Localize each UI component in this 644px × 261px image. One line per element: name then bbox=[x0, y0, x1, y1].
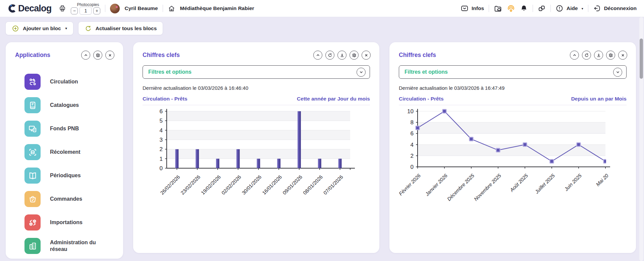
header-divider bbox=[163, 5, 163, 12]
chart-container: 012345626/02/202623/02/202619/02/202602/… bbox=[133, 105, 379, 211]
app-header: Decalog Photocopies − + Cyril Beaume Méd… bbox=[0, 0, 644, 17]
svg-text:07/01/2026: 07/01/2026 bbox=[322, 174, 344, 196]
plus-circle-icon bbox=[12, 25, 19, 32]
panel-settings-button[interactable] bbox=[350, 51, 359, 60]
info-circle-icon bbox=[555, 4, 564, 12]
vertical-scrollbar-thumb[interactable] bbox=[640, 39, 643, 79]
aide-button[interactable]: Aide ▾ bbox=[555, 4, 583, 12]
header-divider bbox=[550, 5, 551, 12]
filters-accordion[interactable]: Filtres et options bbox=[399, 65, 627, 79]
refresh-all-label: Actualiser tous les blocs bbox=[96, 25, 157, 31]
header-divider bbox=[533, 5, 533, 12]
deconnexion-button[interactable]: Déconnexion bbox=[593, 4, 637, 12]
collapse-panel-button[interactable] bbox=[570, 51, 579, 60]
sidebar-item-label: Catalogues bbox=[50, 102, 79, 109]
copier-icon bbox=[59, 5, 66, 12]
chart-period-link[interactable]: Depuis un an par Mois bbox=[571, 96, 627, 102]
svg-text:Décembre 2025: Décembre 2025 bbox=[446, 173, 476, 202]
download-panel-button[interactable] bbox=[594, 51, 603, 60]
add-block-button[interactable]: Ajouter un bloc ▾ bbox=[5, 21, 73, 35]
basket-icon bbox=[24, 191, 41, 207]
close-panel-button[interactable] bbox=[618, 51, 627, 60]
library-name: Médiathèque Benjamin Rabier bbox=[180, 5, 254, 11]
sidebar-item-label: Importations bbox=[50, 219, 83, 226]
user-avatar[interactable] bbox=[110, 4, 120, 13]
sidebar-item-commandes[interactable]: Commandes bbox=[24, 191, 116, 207]
svg-text:Juillet 2025: Juillet 2025 bbox=[534, 173, 556, 195]
user-name: Cyril Beaume bbox=[124, 5, 158, 11]
filters-label: Filtres et options bbox=[148, 69, 357, 75]
svg-text:8: 8 bbox=[411, 119, 414, 126]
svg-text:2: 2 bbox=[160, 146, 163, 152]
beacon-icon[interactable] bbox=[507, 4, 515, 13]
svg-text:6: 6 bbox=[160, 108, 163, 115]
chart-period-link[interactable]: Cette année par Jour du mois bbox=[297, 96, 370, 102]
download-panel-button[interactable] bbox=[337, 51, 346, 60]
last-update-text: Dernière actualisation le 03/03/2026 à 1… bbox=[399, 85, 627, 91]
panel-title: Chiffres clefs bbox=[399, 52, 567, 59]
svg-text:10: 10 bbox=[407, 108, 414, 115]
open-book-icon bbox=[24, 168, 41, 184]
svg-text:3: 3 bbox=[160, 137, 163, 143]
sidebar-item-importations[interactable]: Importations bbox=[24, 214, 116, 231]
close-panel-button[interactable] bbox=[105, 51, 114, 60]
logo-text: Decalog bbox=[18, 3, 51, 14]
svg-text:26/02/2026: 26/02/2026 bbox=[159, 174, 181, 196]
devices-icon bbox=[24, 121, 41, 137]
decalog-logo[interactable]: Decalog bbox=[7, 3, 51, 14]
chart-title-link[interactable]: Circulation - Prêts bbox=[143, 96, 187, 102]
svg-text:2: 2 bbox=[411, 153, 414, 159]
collapse-panel-button[interactable] bbox=[81, 51, 90, 60]
caret-down-icon: ▾ bbox=[65, 26, 67, 30]
photocopies-minus-button[interactable]: − bbox=[71, 7, 78, 14]
svg-text:0: 0 bbox=[411, 164, 414, 170]
infos-button[interactable]: Infos bbox=[461, 4, 484, 12]
photocopies-plus-button[interactable]: + bbox=[93, 7, 100, 14]
links-icon[interactable] bbox=[538, 4, 546, 12]
refresh-panel-button[interactable] bbox=[582, 51, 591, 60]
applications-panel: Applications Circulation bbox=[6, 42, 123, 259]
sidebar-item-label: Périodiques bbox=[50, 172, 81, 179]
chart-links-row: Circulation - Prêts Depuis un an par Moi… bbox=[399, 96, 627, 105]
filters-label: Filtres et options bbox=[405, 69, 613, 75]
header-divider bbox=[489, 5, 489, 12]
photocopies-stepper: Photocopies − + bbox=[71, 2, 100, 15]
applications-list: Circulation Catalogues Fonds PNB bbox=[6, 74, 123, 254]
sidebar-item-label: Circulation bbox=[50, 78, 78, 85]
panel-header: Chiffres clefs bbox=[133, 42, 379, 60]
chart-title-link[interactable]: Circulation - Prêts bbox=[399, 96, 444, 102]
cubes-icon bbox=[24, 214, 41, 231]
sidebar-item-fonds-pnb[interactable]: Fonds PNB bbox=[24, 121, 116, 137]
filters-accordion[interactable]: Filtres et options bbox=[143, 65, 370, 79]
sidebar-item-catalogues[interactable]: Catalogues bbox=[24, 97, 116, 113]
vertical-scrollbar-track[interactable] bbox=[639, 17, 643, 261]
svg-text:30/01/2026: 30/01/2026 bbox=[241, 174, 263, 196]
route-icon bbox=[24, 74, 41, 90]
svg-text:16/01/2026: 16/01/2026 bbox=[261, 174, 283, 196]
refresh-panel-button[interactable] bbox=[325, 51, 334, 60]
svg-text:02/02/2026: 02/02/2026 bbox=[220, 174, 242, 196]
collapse-panel-button[interactable] bbox=[313, 51, 322, 60]
sidebar-item-administration-reseau[interactable]: Administration du réseau bbox=[24, 238, 116, 254]
panel-settings-button[interactable] bbox=[606, 51, 615, 60]
scan-icon bbox=[24, 144, 41, 160]
sidebar-item-recolement[interactable]: Récolement bbox=[24, 144, 116, 160]
photocopies-input[interactable] bbox=[79, 7, 92, 15]
logout-icon bbox=[593, 4, 601, 12]
aide-label: Aide bbox=[567, 5, 578, 11]
close-panel-button[interactable] bbox=[362, 51, 371, 60]
sidebar-item-label: Commandes bbox=[50, 196, 82, 202]
svg-text:5: 5 bbox=[160, 118, 163, 124]
sidebar-item-periodiques[interactable]: Périodiques bbox=[24, 168, 116, 184]
book-icon bbox=[24, 97, 41, 113]
envelope-icon bbox=[461, 4, 469, 12]
refresh-all-blocks-button[interactable]: Actualiser tous les blocs bbox=[78, 21, 163, 35]
sidebar-item-label: Récolement bbox=[50, 149, 80, 155]
svg-text:Mai 20: Mai 20 bbox=[595, 173, 609, 187]
sidebar-item-circulation[interactable]: Circulation bbox=[24, 74, 116, 90]
folder-cloud-icon[interactable] bbox=[494, 4, 502, 13]
bell-icon[interactable] bbox=[520, 4, 528, 12]
panel-settings-button[interactable] bbox=[93, 51, 102, 60]
bar-chart-prets-par-jour: 012345626/02/202623/02/202619/02/202602/… bbox=[141, 107, 369, 209]
svg-text:1: 1 bbox=[160, 156, 163, 162]
